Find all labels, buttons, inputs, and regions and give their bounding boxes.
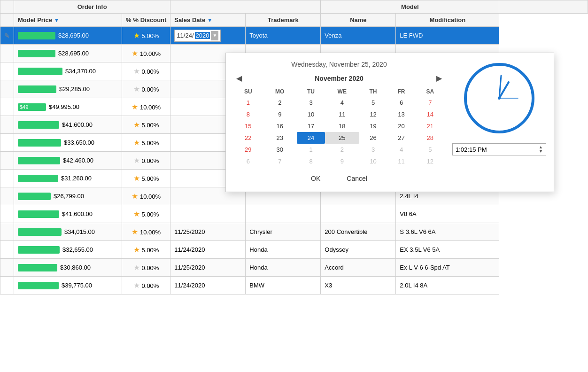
calendar-day[interactable]: 25 (325, 132, 359, 144)
calendar-week-row: 1234567 (233, 97, 445, 108)
edit-cell (0, 134, 14, 152)
price-value: $34,015.00 (64, 228, 95, 235)
discount-value: 5.00% (140, 32, 159, 39)
price-bar (18, 175, 58, 182)
calendar-day[interactable]: 22 (233, 132, 263, 144)
calendar-day[interactable]: 3 (297, 97, 325, 108)
star-icon[interactable]: ★ (133, 85, 140, 93)
price-cell: $29,285.00 (14, 80, 122, 98)
calendar-day[interactable]: 20 (387, 120, 416, 132)
calendar-day[interactable]: 29 (233, 144, 263, 155)
price-cell: $42,460.00 (14, 152, 122, 170)
modification-cell: Ex-L V-6 6-Spd AT (396, 259, 499, 277)
date-dropdown-button[interactable]: ▼ (211, 31, 218, 40)
edit-cell (0, 62, 14, 80)
star-icon[interactable]: ★ (133, 264, 140, 271)
star-icon[interactable]: ★ (133, 210, 140, 218)
calendar-day[interactable]: 1 (233, 97, 263, 108)
calendar-day[interactable]: 11 (325, 108, 359, 120)
calendar-day[interactable]: 9 (325, 155, 359, 167)
price-value: $29,285.00 (59, 85, 90, 93)
calendar-ok-button[interactable]: OK (307, 173, 324, 184)
calendar-day[interactable]: 18 (325, 120, 359, 132)
next-month-button[interactable]: ▶ (433, 74, 445, 83)
calendar-day[interactable]: 16 (263, 120, 297, 132)
table-row[interactable]: ✎$28,695.00★ 5.00% 11/24/2020 ▼ ToyotaVe… (0, 27, 588, 45)
calendar-day[interactable]: 12 (359, 108, 387, 120)
table-row[interactable]: $41,600.00★ 5.00%V8 6A (0, 205, 588, 223)
discount-value: 0.00% (140, 264, 159, 271)
calendar-day[interactable]: 14 (415, 108, 445, 120)
model-price-label: Model Price (18, 16, 52, 23)
star-icon[interactable]: ★ (132, 103, 138, 111)
calendar-day[interactable]: 7 (263, 155, 297, 167)
star-icon[interactable]: ★ (133, 174, 140, 182)
calendar-day[interactable]: 5 (415, 144, 445, 155)
calendar-day[interactable]: 30 (263, 144, 297, 155)
time-spinner[interactable]: ▲ ▼ (539, 145, 543, 154)
calendar-day[interactable]: 26 (359, 132, 387, 144)
star-icon[interactable]: ★ (133, 139, 140, 147)
calendar-day[interactable]: 17 (297, 120, 325, 132)
discount-cell: ★ 5.00% (122, 27, 170, 45)
calendar-day[interactable]: 24 (297, 132, 325, 144)
star-icon[interactable]: ★ (133, 281, 140, 289)
calendar-day[interactable]: 9 (263, 108, 297, 120)
calendar-day[interactable]: 2 (325, 144, 359, 155)
star-icon[interactable]: ★ (133, 67, 140, 75)
table-row[interactable]: $34,015.00★ 10.00%11/25/2020Chrysler200 … (0, 223, 588, 241)
price-bar-cell: $33,650.00 (14, 137, 122, 148)
calendar-day[interactable]: 8 (233, 108, 263, 120)
calendar-day[interactable]: 3 (359, 144, 387, 155)
price-bar (18, 85, 56, 93)
calendar-day[interactable]: 15 (233, 120, 263, 132)
calendar-day[interactable]: 13 (387, 108, 416, 120)
calendar-day[interactable]: 10 (297, 108, 325, 120)
sales-date-filter-icon[interactable]: ▼ (207, 17, 212, 23)
calendar-day[interactable]: 4 (387, 144, 416, 155)
calendar-day[interactable]: 27 (387, 132, 416, 144)
calendar-grid: SU MO TU WE TH FR SA 1234567891011121314… (233, 86, 445, 167)
calendar-day[interactable]: 1 (297, 144, 325, 155)
date-input-container: 11/24/2020 ▼ (174, 30, 241, 42)
calendar-day[interactable]: 19 (359, 120, 387, 132)
calendar-day[interactable]: 7 (415, 97, 445, 108)
calendar-day[interactable]: 8 (297, 155, 325, 167)
model-price-filter-icon[interactable]: ▼ (54, 17, 59, 23)
order-info-header2 (170, 0, 321, 14)
star-icon[interactable]: ★ (133, 31, 140, 39)
calendar-day[interactable]: 12 (415, 155, 445, 167)
price-cell: $34,370.00 (14, 62, 122, 80)
calendar-day[interactable]: 5 (359, 97, 387, 108)
calendar-day[interactable]: 6 (233, 155, 263, 167)
calendar-day[interactable]: 23 (263, 132, 297, 144)
calendar-day[interactable]: 4 (325, 97, 359, 108)
table-row[interactable]: $30,860.00★ 0.00%11/25/2020HondaAccordEx… (0, 259, 588, 277)
calendar-day[interactable]: 11 (387, 155, 416, 167)
date-input-box[interactable]: 11/24/2020 ▼ (174, 30, 221, 42)
calendar-day[interactable]: 21 (415, 120, 445, 132)
trademark-cell: BMW (246, 277, 321, 294)
name-cell: Odyssey (321, 241, 396, 259)
star-icon[interactable]: ★ (132, 49, 138, 57)
star-icon[interactable]: ★ (133, 156, 140, 164)
star-icon[interactable]: ★ (132, 228, 138, 236)
price-bar-cell: $28,695.00 (14, 48, 122, 59)
edit-cell (0, 277, 14, 294)
calendar-cancel-button[interactable]: Cancel (343, 173, 371, 184)
table-row[interactable]: $32,655.00★ 5.00%11/24/2020HondaOdysseyE… (0, 241, 588, 259)
trademark-cell: Honda (246, 259, 321, 277)
edit-icon[interactable]: ✎ (4, 32, 10, 39)
star-icon[interactable]: ★ (132, 192, 138, 200)
prev-month-button[interactable]: ◀ (233, 74, 245, 83)
star-icon[interactable]: ★ (133, 246, 140, 254)
star-icon[interactable]: ★ (133, 121, 140, 129)
table-row[interactable]: $39,775.00★ 0.00%11/24/2020BMWX32.0L I4 … (0, 277, 588, 294)
trademark-header: Trademark (246, 14, 321, 27)
calendar-day[interactable]: 28 (415, 132, 445, 144)
time-down-button[interactable]: ▼ (539, 149, 543, 154)
calendar-left-panel: Wednesday, November 25, 2020 ◀ November … (233, 61, 445, 184)
calendar-day[interactable]: 10 (359, 155, 387, 167)
calendar-day[interactable]: 2 (263, 97, 297, 108)
calendar-day[interactable]: 6 (387, 97, 416, 108)
